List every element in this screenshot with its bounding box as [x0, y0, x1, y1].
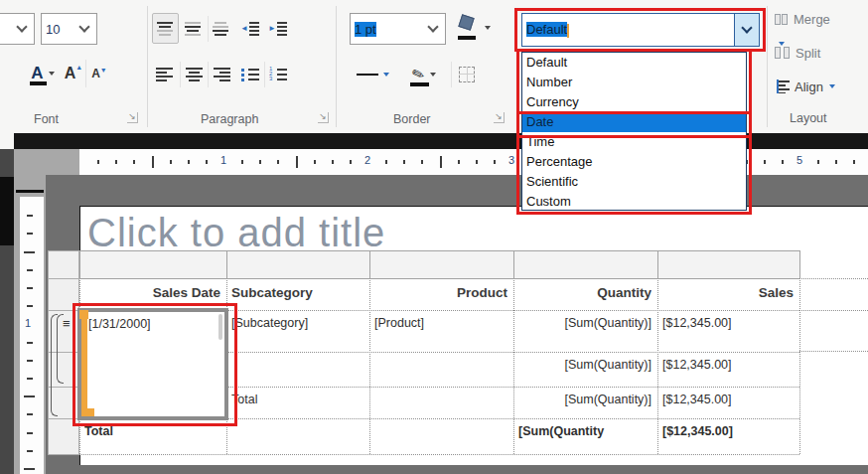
border-width-combo[interactable]: 1 pt — [350, 13, 446, 45]
horizontal-ruler: 12345 — [79, 149, 868, 175]
decrease-indent-button[interactable]: ◄ — [237, 13, 263, 44]
align-right-button[interactable] — [209, 59, 234, 89]
ruler-minor-tick — [27, 360, 33, 362]
report-title-placeholder[interactable]: Click to add title — [87, 211, 385, 255]
dropdown-item-number[interactable]: Number — [522, 73, 746, 92]
number-format-combo[interactable]: Default — [521, 13, 760, 47]
bullets-button[interactable] — [237, 59, 263, 89]
chevron-down-icon — [383, 73, 389, 77]
font-size-combo[interactable]: 10 — [41, 13, 97, 45]
align-top-button[interactable] — [152, 13, 179, 44]
ruler-minor-tick — [27, 450, 33, 452]
ruler-minor-tick — [277, 160, 279, 164]
decrease-indent-icon: ◄ — [240, 21, 260, 37]
border-style-button[interactable] — [350, 59, 395, 89]
number-format-value: Default — [522, 22, 759, 38]
ruler-minor-tick — [332, 160, 334, 164]
dropdown-item-currency[interactable]: Currency — [522, 92, 746, 112]
ruler-minor-tick — [259, 160, 261, 164]
ruler-minor-tick — [97, 160, 99, 164]
border-width-selected-text: 1 pt — [355, 22, 376, 37]
split-button[interactable]: Split — [775, 42, 860, 64]
selected-cell-accent-bar — [81, 312, 87, 413]
ruler-minor-tick — [206, 160, 208, 164]
dropdown-item-custom[interactable]: Custom — [522, 192, 746, 212]
ruler-major-tick — [440, 156, 442, 168]
vertical-ruler: 1 — [20, 197, 44, 474]
selected-cell-border[interactable] — [77, 308, 228, 420]
number-format-dropdown-list[interactable]: DefaultNumberCurrencyDateTimePercentageS… — [521, 52, 747, 211]
ruler-minor-tick — [27, 305, 33, 307]
align-label: Align — [795, 79, 823, 94]
align-menu-button[interactable]: Align — [777, 76, 866, 97]
merge-cells-icon — [775, 14, 788, 25]
increase-indent-button[interactable]: ► — [265, 13, 291, 44]
paragraph-dialog-launcher-icon[interactable]: ↘ — [318, 112, 329, 123]
merge-label: Merge — [794, 12, 830, 27]
ruler-minor-tick — [350, 160, 352, 164]
ruler-corner — [46, 149, 79, 175]
dropdown-item-percentage[interactable]: Percentage — [522, 152, 746, 172]
left-edge-panel — [0, 149, 14, 474]
ruler-minor-tick — [115, 160, 117, 164]
grow-font-button[interactable]: A ▲ — [62, 58, 85, 89]
number-format-dropdown-button[interactable] — [734, 14, 759, 46]
dropdown-item-date[interactable]: Date — [522, 112, 746, 132]
align-middle-button[interactable] — [181, 13, 207, 44]
font-name-combo[interactable] — [0, 13, 35, 45]
chevron-down-icon — [427, 21, 438, 32]
font-color-button[interactable]: A — [26, 58, 60, 89]
border-color-icon: ✎ — [412, 66, 425, 83]
ruler-minor-tick — [27, 287, 33, 289]
align-top-icon — [156, 21, 176, 37]
align-bottom-button[interactable] — [209, 13, 234, 44]
ruler-minor-tick — [27, 269, 33, 271]
left-edge-scroll-segment[interactable] — [0, 177, 14, 245]
row-group-icon: ≡ — [63, 316, 71, 331]
ruler-minor-tick — [494, 160, 496, 164]
dropdown-item-default[interactable]: Default — [522, 53, 746, 73]
ruler-minor-tick — [853, 160, 855, 164]
ruler-minor-tick — [458, 160, 460, 164]
ruler-number: 5 — [796, 154, 802, 166]
chevron-down-icon — [741, 22, 752, 33]
dropdown-item-scientific[interactable]: Scientific — [522, 172, 746, 192]
fill-color-button[interactable] — [452, 12, 494, 46]
ruler-minor-tick — [133, 160, 135, 164]
ruler-minor-tick — [403, 160, 405, 164]
numbering-button[interactable] — [265, 59, 291, 89]
shrink-font-letter: A — [91, 67, 100, 80]
increase-indent-icon: ► — [268, 21, 288, 37]
chevron-down-icon — [430, 73, 436, 77]
align-center-icon — [184, 67, 204, 82]
ruler-number: 2 — [364, 154, 370, 166]
font-dialog-launcher-icon[interactable]: ↘ — [127, 112, 138, 123]
borders-button[interactable] — [453, 59, 481, 89]
align-middle-icon — [184, 21, 204, 37]
chevron-down-icon — [16, 21, 27, 32]
ruler-minor-tick — [27, 413, 33, 415]
align-center-button[interactable] — [181, 59, 207, 89]
border-dialog-launcher-icon[interactable]: ↘ — [494, 112, 505, 123]
ruler-minor-tick — [817, 160, 819, 164]
ruler-minor-tick — [782, 160, 784, 164]
align-left-button[interactable] — [152, 59, 179, 89]
selected-cell-accent-foot — [81, 408, 94, 416]
selected-cell-grip[interactable] — [218, 314, 222, 340]
ruler-number: 3 — [508, 154, 514, 166]
up-arrow-icon: ▲ — [75, 64, 82, 71]
ruler-number: 1 — [25, 317, 31, 329]
font-size-value: 10 — [42, 22, 80, 37]
paragraph-group-label: Paragraph — [201, 112, 258, 126]
border-color-button[interactable]: ✎ — [399, 59, 449, 89]
merge-button[interactable]: Merge — [775, 8, 860, 30]
dropdown-item-time[interactable]: Time — [522, 132, 746, 152]
ruler-minor-tick — [764, 160, 766, 164]
split-cell-icon — [775, 47, 790, 59]
shrink-font-button[interactable]: A ▼ — [87, 58, 111, 89]
chevron-down-icon — [49, 72, 55, 76]
ruler-major-tick — [24, 251, 35, 253]
ruler-minor-tick — [421, 160, 423, 164]
ruler-major-tick — [152, 156, 154, 168]
fill-color-icon — [458, 14, 474, 30]
